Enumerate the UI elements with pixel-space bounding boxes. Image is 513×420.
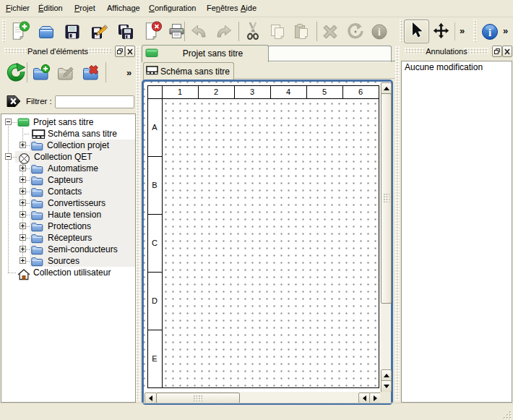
svg-text:i: i [488,27,491,38]
svg-text:i: i [378,27,381,38]
